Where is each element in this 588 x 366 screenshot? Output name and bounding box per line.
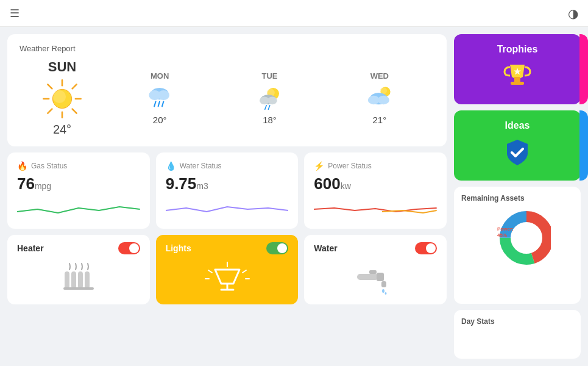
svg-rect-30 [78, 271, 83, 289]
weather-day-mon: MON 20° [145, 71, 174, 125]
lights-card: Lights [156, 235, 299, 304]
donut-svg: Power: 45% [484, 207, 551, 268]
svg-rect-28 [65, 271, 69, 289]
ideas-title: Ideas [505, 120, 530, 131]
power-sparkline [314, 199, 437, 218]
svg-line-36 [208, 270, 212, 273]
gas-icon: 🔥 [17, 161, 27, 171]
today-label: SUN [48, 59, 76, 75]
weather-today: SUN [19, 59, 105, 137]
svg-line-7 [48, 109, 52, 113]
sun-icon [41, 77, 83, 120]
svg-point-27 [378, 95, 389, 104]
svg-point-53 [513, 224, 540, 251]
remaining-assets-card: Remaining Assets Power: 45% [454, 187, 581, 304]
lights-toggle[interactable] [266, 242, 288, 254]
day-stats-title: Day Stats [461, 317, 573, 326]
trophies-title: Trophies [497, 44, 538, 55]
heater-card: Heater [7, 235, 150, 304]
svg-rect-32 [63, 287, 94, 290]
power-icon: ⚡ [314, 161, 324, 171]
svg-rect-42 [377, 273, 384, 281]
weather-card: Weather Report SUN [7, 34, 447, 146]
weather-forecast: MON 20° TUE [105, 71, 434, 125]
svg-rect-46 [514, 77, 520, 82]
right-sidebar: Trophies Ideas [454, 27, 588, 366]
lights-name: Lights [166, 243, 191, 253]
svg-line-21 [265, 105, 266, 109]
trophies-card[interactable]: Trophies [454, 34, 581, 104]
svg-line-6 [73, 84, 77, 88]
weather-days: SUN [19, 59, 434, 137]
svg-point-44 [382, 289, 384, 293]
day-stats-card: Day Stats [454, 310, 581, 359]
remaining-assets-title: Remaining Assets [461, 194, 573, 203]
svg-line-22 [269, 105, 270, 109]
water-faucet-icon [351, 260, 400, 297]
svg-point-45 [385, 292, 387, 295]
power-status-label: Power Status [328, 162, 371, 170]
svg-rect-43 [381, 281, 386, 287]
svg-line-5 [73, 109, 77, 113]
cloudy-sun-icon [365, 83, 394, 112]
device-row: Heater [7, 235, 447, 304]
app-header: ☰ ◑ [0, 0, 588, 27]
water-value: 9.75m3 [166, 174, 289, 193]
heater-name: Heater [17, 243, 44, 253]
gas-status-label: Gas Status [31, 162, 67, 170]
menu-icon[interactable]: ☰ [10, 7, 19, 20]
svg-point-12 [158, 90, 169, 100]
water-toggle-knob [426, 243, 436, 253]
water-status-label: Water Status [180, 162, 222, 170]
today-temp: 24° [53, 123, 71, 137]
svg-rect-40 [357, 274, 378, 280]
svg-rect-41 [369, 270, 377, 274]
water-card: Water [304, 235, 447, 304]
weather-day-wed: WED 21° [365, 71, 394, 125]
svg-line-13 [154, 101, 155, 106]
svg-text:45%: 45% [497, 232, 507, 238]
ideas-shield-icon [501, 136, 534, 169]
svg-point-9 [53, 90, 66, 103]
gas-sparkline [17, 199, 140, 218]
gas-value: 76mpg [17, 174, 140, 193]
power-status-card: ⚡ Power Status 600kw [304, 152, 447, 229]
heater-toggle[interactable] [118, 242, 140, 254]
donut-chart: Power: 45% [461, 207, 573, 268]
gas-status-card: 🔥 Gas Status 76mpg [7, 152, 150, 229]
content-area: Weather Report SUN [0, 27, 454, 366]
svg-text:Power:: Power: [497, 226, 514, 232]
svg-line-14 [158, 101, 160, 106]
svg-rect-31 [85, 271, 90, 289]
water-status-card: 💧 Water Status 9.75m3 [156, 152, 299, 229]
weather-title: Weather Report [19, 44, 434, 53]
water-sparkline [166, 199, 289, 218]
main-layout: Weather Report SUN [0, 27, 588, 366]
svg-rect-47 [511, 82, 524, 85]
svg-rect-29 [71, 271, 76, 289]
svg-line-37 [243, 270, 246, 273]
partly-cloudy-icon [255, 83, 284, 112]
weather-day-tue: TUE 18° [255, 71, 284, 125]
lights-toggle-knob [277, 243, 287, 253]
ideas-card[interactable]: Ideas [454, 110, 581, 181]
theme-toggle-icon[interactable]: ◑ [568, 6, 578, 21]
water-status-icon: 💧 [166, 161, 176, 171]
status-row: 🔥 Gas Status 76mpg 💧 Water Status 9.75m3 [7, 152, 447, 229]
water-name: Water [314, 243, 337, 253]
trophy-icon [501, 60, 534, 93]
water-toggle[interactable] [415, 242, 437, 254]
heater-toggle-knob [129, 243, 139, 253]
svg-line-4 [48, 84, 52, 88]
heater-icon [57, 260, 100, 297]
rain-icon [145, 83, 174, 112]
power-value: 600kw [314, 174, 437, 193]
svg-point-20 [267, 96, 277, 104]
svg-line-15 [162, 101, 163, 106]
lights-icon [203, 260, 252, 297]
